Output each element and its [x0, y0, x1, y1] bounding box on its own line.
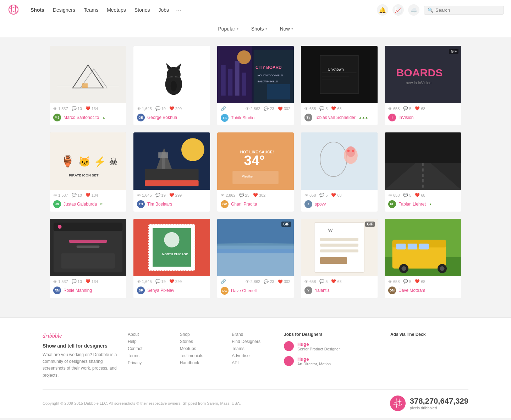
footer-link-brand[interactable]: Brand [232, 332, 277, 337]
author-name[interactable]: Marco Santonocito [64, 115, 99, 120]
svg-rect-4 [82, 83, 88, 88]
shot-thumbnail[interactable]: GIF [217, 219, 294, 276]
job-company-2[interactable]: Huge [297, 356, 331, 362]
svg-text:🏺: 🏺 [61, 155, 75, 168]
shot-author: DM Dave Mottram [385, 285, 461, 298]
svg-point-59 [347, 150, 350, 152]
job-logo-1 [284, 341, 294, 351]
footer-link-shop[interactable]: Shop [180, 332, 225, 337]
shot-thumbnail[interactable] [50, 219, 126, 276]
dribbble-logo[interactable] [7, 5, 20, 16]
author-name[interactable]: Rosie Manning [64, 288, 92, 293]
shot-image [50, 219, 126, 276]
shot-thumbnail[interactable]: 🏺🐱⚡☠PIRATE ICON SET [50, 132, 126, 190]
filter-shots[interactable]: Shots ▾ [245, 20, 274, 37]
shot-card: 👁 658 💬 5 ❤️ 68 s spovv [301, 132, 378, 212]
svg-text:34°: 34° [244, 153, 265, 168]
author-name[interactable]: Tim Boelaars [147, 202, 172, 207]
nav-stories[interactable]: Stories [130, 0, 154, 20]
comment-icon: 💬 [403, 279, 408, 284]
svg-rect-93 [408, 244, 417, 249]
jobs-title: Jobs for Designers [284, 332, 383, 337]
shot-image [385, 132, 461, 190]
footer-link-handbook[interactable]: Handbook [180, 360, 225, 365]
author-name[interactable]: Dave Chenell [231, 288, 257, 293]
author-name[interactable]: George Bokhua [147, 115, 177, 120]
footer-link-advertise[interactable]: Advertise [232, 353, 277, 358]
svg-rect-27 [267, 84, 290, 99]
nav-teams[interactable]: Teams [79, 0, 103, 20]
shot-stats: 👁 2,862 💬 23 ❤️ 302 [217, 190, 294, 199]
author-name[interactable]: Dave Mottram [399, 288, 425, 293]
footer-link-testimonials[interactable]: Testimonials [180, 353, 225, 358]
nav-designers[interactable]: Designers [49, 0, 79, 20]
view-count: 👁 658 [304, 107, 316, 111]
footer-link-stories[interactable]: Stories [180, 339, 225, 344]
footer-link-about[interactable]: About [128, 332, 173, 337]
author-name[interactable]: Tobias van Schneider [315, 115, 356, 120]
shot-thumbnail[interactable] [133, 46, 210, 103]
eye-icon: 👁 [137, 107, 141, 111]
author-name[interactable]: Justas Galaburda [64, 202, 97, 207]
footer-link-api[interactable]: API [232, 360, 277, 365]
nav-jobs[interactable]: Jobs [154, 0, 173, 20]
filter-popular[interactable]: Popular ▾ [211, 20, 244, 37]
like-count: ❤️ 299 [169, 193, 182, 197]
view-count: 👁 658 [304, 279, 316, 284]
footer-link-terms[interactable]: Terms [128, 353, 173, 358]
shot-thumbnail[interactable] [133, 132, 210, 190]
svg-rect-32 [322, 76, 349, 77]
footer-col-business: Brand Find Designers Teams Advertise API [232, 332, 277, 379]
shot-thumbnail[interactable]: Unknown [301, 46, 378, 103]
author-name[interactable]: spovv [315, 202, 326, 207]
activity-icon[interactable]: 📈 [392, 4, 404, 16]
like-count: ❤️ 134 [86, 106, 98, 111]
search-input[interactable] [435, 7, 500, 13]
avatar: SP [137, 287, 145, 294]
view-count: 👁 1,537 [53, 279, 68, 284]
avatar: DC [221, 287, 229, 295]
author-name[interactable]: Fabian Liehret [399, 202, 426, 207]
shot-thumbnail[interactable]: CITY BOARDHOLLYWOOD HILLSBALDWIN HILLS [217, 46, 294, 103]
shot-thumbnail[interactable]: BOARDSnew in InVision GIF [385, 46, 461, 103]
footer-link-privacy[interactable]: Privacy [128, 360, 173, 365]
svg-point-75 [164, 232, 179, 247]
shot-thumbnail[interactable] [301, 132, 378, 190]
footer-link-contact[interactable]: Contact [128, 346, 173, 351]
author-name[interactable]: InVision [399, 115, 413, 120]
author-name[interactable]: Ghani Pradita [231, 202, 257, 207]
shot-thumbnail[interactable] [385, 132, 461, 190]
nav-meetups[interactable]: Meetups [103, 0, 130, 20]
shot-thumbnail[interactable]: NORTH CHICAGO [133, 219, 210, 276]
svg-text:PIRATE ICON SET: PIRATE ICON SET [69, 173, 99, 177]
comment-icon: 💬 [72, 106, 77, 111]
job-company-1[interactable]: Huge [297, 342, 340, 347]
shot-thumbnail[interactable]: W GIF [301, 219, 378, 276]
footer-link-teams[interactable]: Teams [232, 346, 277, 351]
author-name[interactable]: Yalantis [315, 288, 330, 293]
shot-thumbnail[interactable]: HOT LIKE SAUCE!34°Weather [217, 132, 294, 190]
svg-text:BALDWIN HILLS: BALDWIN HILLS [257, 80, 278, 83]
svg-rect-21 [228, 69, 232, 96]
footer-link-meetups[interactable]: Meetups [180, 346, 225, 351]
like-count: ❤️ 299 [169, 279, 182, 284]
author-name[interactable]: Senya Pixelev [147, 288, 174, 293]
shot-stats: 👁 1,645 💬 19 ❤️ 299 [133, 103, 210, 112]
notification-icon[interactable]: 🔔 [377, 4, 388, 16]
gif-badge: GIF [281, 222, 291, 227]
svg-rect-31 [322, 73, 356, 73]
nav-shots[interactable]: Shots [26, 0, 49, 20]
author-name[interactable]: Tubik Studio [231, 115, 254, 120]
shot-thumbnail[interactable] [50, 46, 126, 103]
svg-rect-69 [69, 240, 107, 243]
more-icon[interactable]: ··· [173, 0, 184, 20]
pixels-number: 378,270,647,329 [410, 397, 468, 406]
heart-icon: ❤️ [86, 279, 90, 284]
footer-link-help[interactable]: Help [128, 339, 173, 344]
upload-icon[interactable]: ☁️ [408, 4, 419, 16]
shot-thumbnail[interactable] [385, 219, 461, 276]
footer-link-find-designers[interactable]: Find Designers [232, 339, 277, 344]
filter-now[interactable]: Now ▾ [274, 20, 300, 37]
shot-image [133, 132, 210, 190]
shot-image [301, 132, 378, 190]
